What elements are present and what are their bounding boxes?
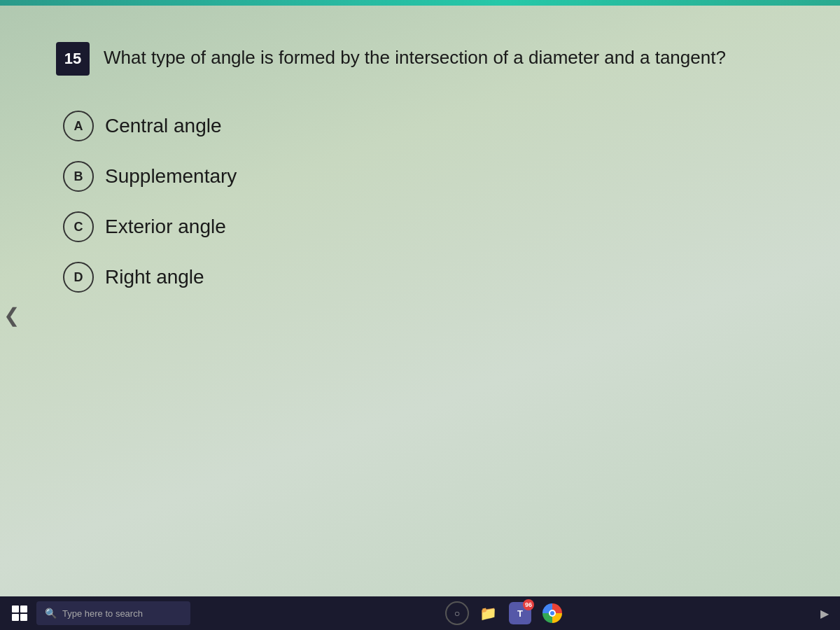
search-icon: 🔍 bbox=[45, 608, 57, 619]
start-button[interactable] bbox=[6, 599, 34, 627]
teams-button[interactable]: T 96 bbox=[507, 600, 533, 626]
taskbar-chevron[interactable]: ▶ bbox=[820, 607, 829, 620]
windows-quad-1 bbox=[12, 606, 19, 612]
chrome-button[interactable] bbox=[539, 600, 566, 626]
option-a[interactable]: A Central angle bbox=[63, 111, 784, 141]
option-c-circle: C bbox=[63, 211, 94, 242]
chrome-icon bbox=[542, 603, 562, 623]
file-explorer-button[interactable]: 📁 bbox=[475, 600, 501, 626]
taskbar-center: ○ 📁 T 96 bbox=[193, 600, 818, 626]
windows-icon bbox=[12, 606, 27, 621]
search-placeholder-text: Type here to search bbox=[62, 608, 143, 619]
top-bar bbox=[0, 0, 840, 6]
question-header: 15 What type of angle is formed by the i… bbox=[56, 41, 784, 76]
option-c-label: Exterior angle bbox=[105, 216, 226, 238]
back-arrow[interactable]: ❮ bbox=[0, 297, 23, 334]
option-b-circle: B bbox=[63, 161, 94, 192]
option-c[interactable]: C Exterior angle bbox=[63, 211, 784, 242]
taskbar: 🔍 Type here to search ○ 📁 T 96 ▶ bbox=[0, 596, 840, 630]
question-text: What type of angle is formed by the inte… bbox=[104, 41, 726, 70]
option-d-label: Right angle bbox=[105, 266, 204, 288]
taskbar-right: ▶ bbox=[820, 607, 834, 620]
search-bar[interactable]: 🔍 Type here to search bbox=[36, 601, 190, 625]
teams-icon: T 96 bbox=[509, 602, 531, 624]
teams-badge: 96 bbox=[523, 599, 534, 610]
question-number: 15 bbox=[56, 42, 90, 76]
option-a-circle: A bbox=[63, 111, 94, 141]
cortana-icon: ○ bbox=[454, 608, 460, 619]
main-content: 15 What type of angle is formed by the i… bbox=[0, 6, 840, 596]
windows-quad-2 bbox=[20, 606, 27, 612]
windows-quad-3 bbox=[12, 614, 19, 621]
option-a-label: Central angle bbox=[105, 115, 222, 137]
option-b[interactable]: B Supplementary bbox=[63, 161, 784, 192]
teams-label: T bbox=[517, 608, 523, 619]
option-b-label: Supplementary bbox=[105, 165, 237, 188]
option-d[interactable]: D Right angle bbox=[63, 262, 784, 293]
options-container: A Central angle B Supplementary C Exteri… bbox=[56, 111, 784, 293]
chrome-inner-circle bbox=[549, 610, 556, 617]
cortana-button[interactable]: ○ bbox=[445, 601, 469, 625]
windows-quad-4 bbox=[20, 614, 27, 621]
file-explorer-icon: 📁 bbox=[479, 605, 497, 622]
option-d-circle: D bbox=[63, 262, 94, 293]
